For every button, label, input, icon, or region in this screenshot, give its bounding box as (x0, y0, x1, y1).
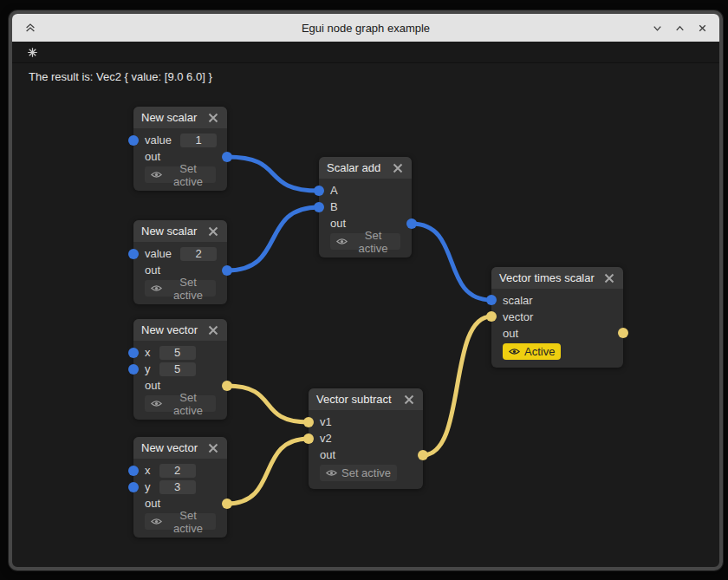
port-vector-times-scalar-out[interactable] (618, 328, 628, 338)
node-vector-times-scalar[interactable]: Vector times scalar scalar vector out Ac… (491, 267, 623, 368)
port-scalar-add-b-in[interactable] (314, 202, 324, 212)
port-label: out (503, 327, 518, 340)
node-title: New vector (141, 441, 198, 454)
node-close-icon[interactable] (207, 324, 219, 336)
value-drag-input[interactable]: 5 (159, 362, 196, 376)
set-active-button[interactable]: Set active (145, 280, 216, 297)
port-new-vector-2-x-in[interactable] (128, 466, 139, 476)
node-header[interactable]: Vector subtract (309, 388, 423, 410)
node-close-icon[interactable] (207, 442, 219, 454)
port-scalar-add-out[interactable] (406, 218, 417, 229)
port-label: x (145, 346, 151, 359)
port-label: y (145, 480, 151, 493)
node-new-vector-2[interactable]: New vector x 2 y 3 out Set active (133, 437, 227, 538)
port-scalar-add-a-in[interactable] (314, 186, 324, 196)
node-header[interactable]: Vector times scalar (491, 267, 623, 289)
titlebar[interactable]: Egui node graph example (12, 14, 719, 42)
node-vector-subtract[interactable]: Vector subtract v1 v2 out Set active (309, 388, 423, 489)
node-close-icon[interactable] (403, 394, 415, 406)
minimize-icon[interactable] (650, 21, 664, 35)
port-label: out (145, 379, 160, 392)
value-drag-input[interactable]: 1 (180, 134, 217, 147)
port-new-scalar-2-value-in[interactable] (128, 249, 139, 259)
node-new-vector-1[interactable]: New vector x 5 y 5 out Set active (133, 319, 227, 420)
port-label: x (145, 464, 151, 477)
port-new-vector-2-out[interactable] (222, 499, 232, 509)
port-vector-times-scalar-scalar-in[interactable] (486, 295, 497, 305)
port-vector-subtract-v2-in[interactable] (303, 433, 314, 444)
node-scalar-add[interactable]: Scalar add A B out Set active (319, 157, 412, 257)
port-new-vector-2-y-in[interactable] (128, 482, 139, 492)
port-label: v2 (320, 432, 332, 445)
port-vector-subtract-v1-in[interactable] (303, 417, 314, 427)
value-drag-input[interactable]: 3 (159, 480, 196, 494)
app-menu-star-icon[interactable] (24, 44, 40, 60)
node-new-scalar-1[interactable]: New scalar value 1 out Set active (133, 107, 227, 191)
node-title: Vector subtract (316, 393, 392, 406)
menubar (12, 42, 719, 63)
set-active-button[interactable]: Set active (145, 513, 216, 530)
set-active-button[interactable]: Set active (330, 233, 400, 250)
port-label: B (330, 200, 338, 213)
port-new-vector-1-x-in[interactable] (128, 348, 139, 358)
eye-icon (326, 469, 337, 477)
eye-icon (151, 284, 162, 292)
port-new-scalar-2-out[interactable] (222, 265, 232, 276)
eye-icon (151, 518, 162, 525)
node-title: New vector (141, 323, 198, 336)
node-header[interactable]: New scalar (133, 107, 227, 128)
node-title: Scalar add (327, 161, 380, 174)
window-title: Egui node graph example (12, 22, 719, 35)
port-label: out (145, 150, 160, 163)
value-drag-input[interactable]: 2 (180, 247, 217, 261)
port-label: value (145, 247, 172, 260)
eye-icon (509, 348, 520, 355)
set-active-button[interactable]: Set active (145, 166, 216, 183)
set-active-button[interactable]: Set active (320, 465, 397, 481)
port-label: y (145, 362, 151, 375)
node-header[interactable]: New scalar (133, 220, 227, 242)
node-header[interactable]: New vector (133, 437, 227, 459)
port-label: out (145, 497, 160, 510)
screen: Egui node graph example The r (0, 0, 728, 580)
node-new-scalar-2[interactable]: New scalar value 2 out Set active (133, 220, 227, 304)
value-drag-input[interactable]: 2 (159, 464, 196, 478)
maximize-icon[interactable] (673, 21, 686, 35)
eye-icon (151, 400, 162, 407)
port-label: A (330, 184, 338, 197)
node-close-icon[interactable] (392, 162, 404, 174)
node-header[interactable]: Scalar add (319, 157, 412, 179)
node-title: New scalar (141, 225, 197, 238)
node-title: Vector times scalar (499, 271, 595, 284)
port-label: out (320, 448, 335, 461)
node-header[interactable]: New vector (133, 319, 227, 341)
port-vector-times-scalar-vector-in[interactable] (486, 311, 497, 322)
eye-icon (151, 171, 162, 179)
port-new-scalar-1-out[interactable] (222, 152, 232, 162)
value-drag-input[interactable]: 5 (159, 346, 196, 360)
port-label: v1 (320, 415, 332, 428)
port-new-vector-1-out[interactable] (222, 381, 232, 391)
node-close-icon[interactable] (207, 225, 219, 238)
port-new-vector-1-y-in[interactable] (128, 364, 139, 375)
port-new-scalar-1-value-in[interactable] (128, 135, 139, 146)
close-icon[interactable] (695, 21, 709, 35)
port-label: out (330, 217, 346, 230)
node-close-icon[interactable] (207, 112, 219, 124)
set-active-button[interactable]: Set active (145, 395, 216, 412)
port-vector-subtract-out[interactable] (418, 450, 428, 460)
port-label: out (145, 264, 160, 277)
node-close-icon[interactable] (603, 272, 615, 284)
port-label: vector (503, 310, 533, 323)
active-button[interactable]: Active (503, 343, 561, 360)
port-label: value (145, 134, 172, 147)
node-title: New scalar (141, 111, 197, 124)
result-text: The result is: Vec2 { value: [9.0 6.0] } (29, 70, 212, 83)
eye-icon (336, 238, 348, 245)
port-label: scalar (503, 294, 533, 307)
collapse-icon[interactable] (23, 21, 37, 35)
